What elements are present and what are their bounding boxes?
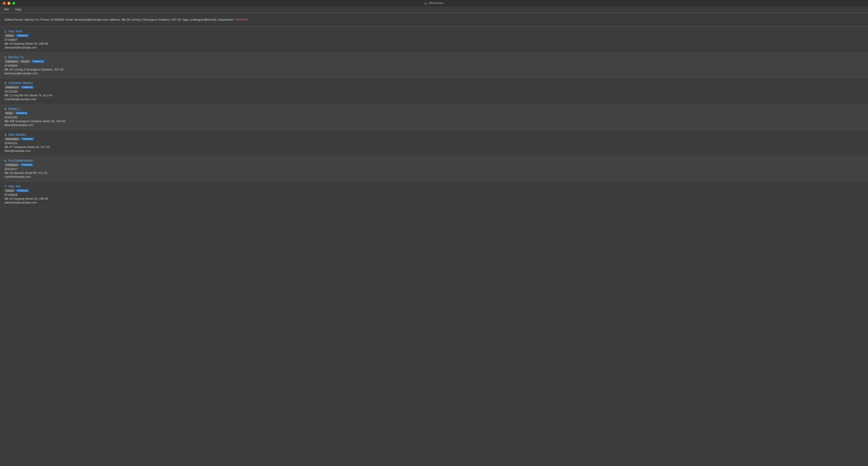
contact-tags: colleaguesFINANCE <box>4 163 864 166</box>
contact-phone: 87438806 <box>4 193 864 197</box>
contact-phone: 92492021 <box>4 141 864 145</box>
contact-header: 1.Alex Yeoh <box>4 30 864 33</box>
contact-tag: FINANCE <box>16 189 29 192</box>
contact-item[interactable]: 2.Bernice YucolleaguesfriendsFINANCE8743… <box>0 53 868 78</box>
contact-name: David Li <box>8 107 20 110</box>
contact-tag: FINANCE <box>21 86 34 89</box>
contact-tags: familyFINANCE <box>4 111 864 115</box>
contact-tags: classmatesFINANCE <box>4 137 864 140</box>
contact-item[interactable]: 5.Irfan IbrahimclassmatesFINANCE92492021… <box>0 130 868 156</box>
contact-list: 1.Alex YeohfriendsFINANCE87438807Blk 30 … <box>0 27 868 208</box>
contact-email: royb@example.com <box>4 175 864 178</box>
contact-item[interactable]: 1.Alex YeohfriendsFINANCE87438807Blk 30 … <box>0 27 868 53</box>
contact-tag: friends <box>4 34 15 37</box>
contact-name: Roy Balakrishnan <box>8 159 33 162</box>
contact-address: Blk 436 Serangoon Gardens Street 26, #16… <box>4 120 864 123</box>
info-highlight: FINANCE <box>235 18 248 21</box>
contact-address: Blk 11 Ang Mo Kio Street 74, #11-04 <box>4 94 864 97</box>
window-controls <box>3 2 15 5</box>
contact-email: alexyeoh@example.com <box>4 201 864 204</box>
contact-address: Blk 30 Geylang Street 29, #06-40 <box>4 42 864 45</box>
close-button[interactable] <box>3 2 6 5</box>
contact-number: 4. <box>4 107 7 110</box>
contact-email: berniceyu@example.com <box>4 72 864 75</box>
contact-number: 2. <box>4 56 7 59</box>
contact-phone: 93210283 <box>4 90 864 93</box>
contact-tag: FINANCE <box>15 111 28 115</box>
contact-name: Irfan Ibrahim <box>8 133 26 136</box>
contact-tags: colleaguesfriendsFINANCE <box>4 60 864 63</box>
contact-address: Blk 47 Tampines Street 20, #17-35 <box>4 145 864 149</box>
info-bar: Edited Person: Bernice Yu; Phone: 874388… <box>0 13 868 27</box>
contact-tag: FINANCE <box>20 163 34 166</box>
contact-name: Bernice Yu <box>8 55 24 59</box>
contact-phone: 87438806 <box>4 64 864 67</box>
title-bar: 🗂 OfficeHarbor <box>0 0 868 6</box>
contact-tag: FINANCE <box>21 137 34 140</box>
minimize-button[interactable] <box>7 2 10 5</box>
contact-header: 2.Bernice Yu <box>4 55 864 59</box>
contact-tags: neighboursFINANCE <box>4 86 864 89</box>
contact-tag: FINANCE <box>16 34 29 37</box>
info-text: Edited Person: Bernice Yu; Phone: 874388… <box>4 18 248 21</box>
menu-help[interactable]: Help <box>14 7 23 11</box>
contact-number: 6. <box>4 159 7 162</box>
app-icon: 🗂 <box>424 2 427 5</box>
contact-address: Blk 30 Geylang Street 29, #06-40 <box>4 197 864 200</box>
contact-tag: classmates <box>4 137 20 140</box>
contact-email: irfan@example.com <box>4 149 864 153</box>
contact-tag: colleagues <box>4 60 19 63</box>
contact-phone: 92624417 <box>4 167 864 171</box>
contact-header: 5.Irfan Ibrahim <box>4 133 864 136</box>
contact-tag: neighbours <box>4 86 20 89</box>
contact-number: 7. <box>4 185 7 188</box>
contact-email: lidavid@example.com <box>4 123 864 127</box>
contact-item[interactable]: 6.Roy BalakrishnancolleaguesFINANCE92624… <box>0 156 868 182</box>
contact-tag: friends <box>20 60 30 63</box>
contact-number: 5. <box>4 133 7 136</box>
contact-tag: friends <box>4 189 15 192</box>
contact-address: Blk 30 Lorong 3 Serangoon Gardens, #07-1… <box>4 68 864 71</box>
contact-item[interactable]: 7.Alex YeofriendsFINANCE87438806Blk 30 G… <box>0 182 868 208</box>
contact-tag: FINANCE <box>31 60 45 63</box>
contact-phone: 87438807 <box>4 38 864 41</box>
contact-email: alexyeoh@example.com <box>4 46 864 49</box>
menu-file[interactable]: File <box>3 7 10 11</box>
contact-header: 4.David Li <box>4 107 864 110</box>
menu-bar: File Help <box>0 6 868 13</box>
contact-address: Blk 45 Aljunied Street 85, #11-31 <box>4 171 864 174</box>
contact-header: 6.Roy Balakrishnan <box>4 159 864 162</box>
contact-number: 1. <box>4 30 7 33</box>
contact-tag: family <box>4 111 14 115</box>
contact-tags: friendsFINANCE <box>4 189 864 192</box>
contact-header: 3.Charlotte Oliveiro <box>4 81 864 85</box>
contact-phone: 91031282 <box>4 115 864 119</box>
app-title: OfficeHarbor <box>428 2 444 5</box>
contact-name: Charlotte Oliveiro <box>8 81 33 85</box>
contact-name: Alex Yeo <box>8 185 21 188</box>
contact-item[interactable]: 4.David LifamilyFINANCE91031282Blk 436 S… <box>0 104 868 130</box>
contact-email: charlotte@example.com <box>4 97 864 101</box>
contact-item[interactable]: 3.Charlotte OliveironeighboursFINANCE932… <box>0 78 868 104</box>
contact-name: Alex Yeoh <box>8 30 23 33</box>
window-title: 🗂 OfficeHarbor <box>424 2 444 5</box>
contact-number: 3. <box>4 81 7 85</box>
contact-header: 7.Alex Yeo <box>4 185 864 188</box>
maximize-button[interactable] <box>12 2 15 5</box>
contact-tag: colleagues <box>4 163 19 166</box>
contact-tags: friendsFINANCE <box>4 34 864 37</box>
